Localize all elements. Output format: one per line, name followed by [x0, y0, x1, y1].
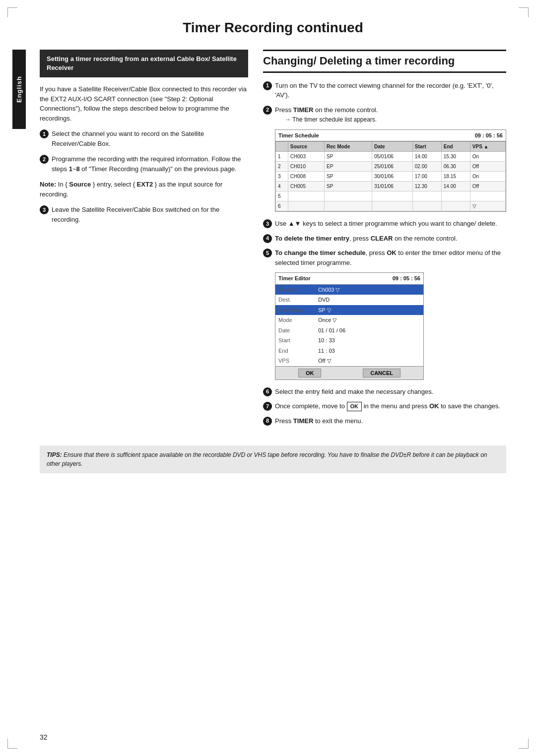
left-intro: If you have a Satellite Receiver/Cable B… — [40, 84, 248, 123]
cell-num: 4 — [276, 182, 288, 191]
cell-num: 5 — [276, 191, 288, 201]
circle-1: 1 — [263, 81, 272, 90]
page-container: Timer Recording continued English Settin… — [0, 0, 536, 756]
editor-row: Start10 : 33 — [275, 335, 423, 346]
cell-end — [441, 191, 470, 201]
circle-7: 7 — [263, 402, 272, 411]
cancel-button[interactable]: CANCEL — [363, 369, 401, 378]
cell-num: 2 — [276, 162, 288, 172]
editor-value: 10 : 33 — [315, 335, 423, 346]
cell-date: 25/01/06 — [372, 162, 412, 172]
schedule-table: Source Rec Mode Date Start End VPS ▲ 1CH… — [275, 141, 506, 211]
note-block: Note: In { Source } entry, select { EXT2… — [40, 180, 248, 199]
timer-schedule-title: Timer Schedule — [278, 131, 319, 140]
left-column: English Setting a timer recording from a… — [40, 50, 248, 431]
cell-source: CH005 — [288, 182, 324, 191]
cell-source — [288, 201, 324, 211]
cell-vps: ▽ — [470, 201, 505, 211]
timer-editor-time: 09 : 05 : 56 — [393, 274, 420, 283]
editor-value: 11 : 03 — [315, 346, 423, 356]
ok-button[interactable]: OK — [298, 369, 322, 378]
table-row: 1CH003SP05/01/0614.0015.30On — [276, 152, 506, 162]
right-step-2-text: Press TIMER on the remote control. → The… — [275, 105, 378, 125]
main-content: English Setting a timer recording from a… — [40, 50, 506, 431]
editor-label: Rec Mode — [275, 305, 315, 315]
timer-editor-title: Timer Editor — [278, 274, 311, 283]
cell-end: 14.00 — [441, 182, 470, 191]
cell-start — [412, 201, 441, 211]
cell-date: 31/01/06 — [372, 182, 412, 191]
col-date: Date — [372, 142, 412, 152]
timer-schedule-time: 09 : 05 : 56 — [475, 131, 503, 140]
right-steps: 1 Turn on the TV to the correct viewing … — [263, 81, 506, 426]
timer-editor-header: Timer Editor 09 : 05 : 56 — [275, 273, 423, 285]
cell-start: 12.30 — [412, 182, 441, 191]
right-step-5-text: To change the timer schedule, press OK t… — [275, 248, 506, 267]
right-step-5: 5 To change the timer schedule, press OK… — [263, 248, 506, 267]
cell-vps: On — [470, 172, 505, 182]
step2-sub: → The timer schedule list appears. — [285, 116, 377, 123]
step-text-1: Select the channel you want to record on… — [52, 129, 248, 148]
tips-block: TIPS: Ensure that there is sufficient sp… — [40, 445, 506, 473]
timer-schedule-table: Timer Schedule 09 : 05 : 56 Source Rec M… — [275, 129, 506, 212]
circle-2: 2 — [263, 106, 272, 115]
table-row: 4CH005SP31/01/0612.3014.00Off — [276, 182, 506, 191]
corner-bl — [7, 739, 17, 749]
col-num — [276, 142, 288, 152]
cell-date: 05/01/06 — [372, 152, 412, 162]
editor-row: VPSOff ▽ — [275, 356, 423, 366]
step-num-2: 2 — [40, 155, 49, 164]
editor-value: SP ▽ — [315, 305, 423, 315]
circle-5: 5 — [263, 249, 272, 257]
right-step-4: 4 To delete the timer entry, press CLEAR… — [263, 234, 506, 244]
tips-label: TIPS: — [47, 451, 62, 458]
page-number: 32 — [40, 733, 48, 741]
cell-end: 15.30 — [441, 152, 470, 162]
ok-box: OK — [347, 402, 362, 411]
editor-row: ModeOnce ▽ — [275, 315, 423, 325]
col-source: Source — [288, 142, 324, 152]
editor-row: End11 : 03 — [275, 346, 423, 356]
corner-br — [519, 739, 529, 749]
right-step-3: 3 Use ▲▼ keys to select a timer programm… — [263, 219, 506, 229]
cell-rec_mode: SP — [325, 152, 372, 162]
right-step-6-text: Select the entry field and make the nece… — [275, 387, 433, 397]
cell-vps: Off — [470, 162, 505, 172]
cell-source: CH008 — [288, 172, 324, 182]
editor-row: SourceCh003 ▽ — [275, 285, 423, 295]
cell-source: CH003 — [288, 152, 324, 162]
editor-value: Off ▽ — [315, 356, 423, 366]
cell-rec_mode — [325, 201, 372, 211]
cell-vps: On — [470, 152, 505, 162]
tips-text: Ensure that there is sufficient space av… — [47, 451, 487, 467]
step-num-3: 3 — [40, 205, 49, 214]
col-end: End — [441, 142, 470, 152]
right-step-8-text: Press TIMER to exit the menu. — [275, 416, 363, 426]
editor-row: Rec ModeSP ▽ — [275, 305, 423, 315]
right-step-8: 8 Press TIMER to exit the menu. — [263, 416, 506, 426]
circle-8: 8 — [263, 417, 272, 426]
editor-buttons: OK CANCEL — [275, 366, 423, 379]
english-label: English — [12, 50, 26, 129]
cell-end — [441, 201, 470, 211]
right-step-1: 1 Turn on the TV to the correct viewing … — [263, 81, 506, 100]
cell-vps — [470, 191, 505, 201]
editor-label: Start — [275, 335, 315, 346]
editor-row: Date01 / 01 / 06 — [275, 325, 423, 336]
circle-4: 4 — [263, 234, 272, 243]
table-row: 3CH008SP30/01/0617.0018.15On — [276, 172, 506, 182]
circle-6: 6 — [263, 387, 272, 396]
cell-start — [412, 191, 441, 201]
cell-num: 3 — [276, 172, 288, 182]
right-step-7-text: Once complete, move to OK in the menu an… — [275, 401, 500, 411]
cell-start: 02.00 — [412, 162, 441, 172]
right-step-3-text: Use ▲▼ keys to select a timer programme … — [275, 219, 497, 229]
corner-tr — [519, 7, 529, 17]
left-step-2: 2 Programme the recording with the requi… — [40, 154, 248, 174]
cell-rec_mode: SP — [325, 182, 372, 191]
timer-schedule-header: Timer Schedule 09 : 05 : 56 — [275, 130, 506, 142]
editor-label: Date — [275, 325, 315, 336]
right-step-1-text: Turn on the TV to the correct viewing ch… — [275, 81, 506, 100]
table-row: 6▽ — [276, 201, 506, 211]
cell-vps: Off — [470, 182, 505, 191]
